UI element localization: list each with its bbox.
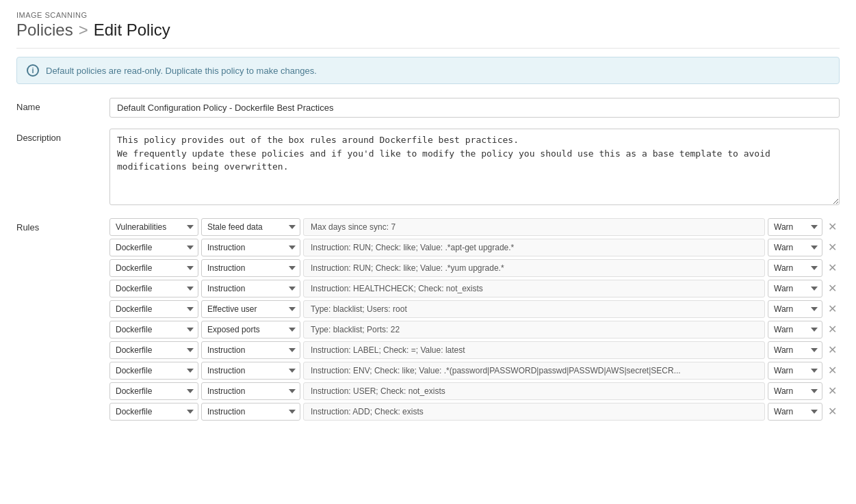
rule-row: VulnerabilitiesDockerfileInstructionEffe… [109, 341, 840, 359]
rule-severity-select[interactable]: WarnStopGo [768, 300, 822, 318]
rule-severity-select[interactable]: WarnStopGo [768, 403, 822, 421]
rules-list: VulnerabilitiesDockerfileInstructionEffe… [109, 218, 840, 421]
header-divider [16, 48, 840, 49]
rule-type-select[interactable]: VulnerabilitiesDockerfile [109, 403, 198, 421]
rule-severity-select[interactable]: WarnStopGo [768, 280, 822, 297]
rule-category-select[interactable]: InstructionEffective userExposed portsSt… [201, 321, 300, 339]
name-input-wrapper [109, 98, 840, 118]
rule-description-input[interactable] [303, 280, 765, 297]
remove-rule-button[interactable]: ✕ [825, 220, 840, 234]
description-row: Description [16, 129, 840, 207]
breadcrumb-section: IMAGE SCANNING Policies > Edit Policy [16, 11, 840, 40]
rule-severity-select[interactable]: WarnStopGo [768, 382, 822, 400]
rule-category-select[interactable]: InstructionEffective userExposed portsSt… [201, 239, 300, 256]
rules-label: Rules [16, 218, 99, 233]
rule-description-input[interactable] [303, 341, 765, 359]
form-section: Name Description Rules VulnerabilitiesDo… [16, 98, 840, 421]
page-subtitle: IMAGE SCANNING [16, 11, 840, 19]
rule-row: VulnerabilitiesDockerfileInstructionEffe… [109, 382, 840, 400]
remove-rule-button[interactable]: ✕ [825, 364, 840, 377]
breadcrumb-link[interactable]: Policies [16, 21, 73, 40]
rule-row: VulnerabilitiesDockerfileInstructionEffe… [109, 259, 840, 277]
rule-severity-select[interactable]: WarnStopGo [768, 239, 822, 256]
rule-type-select[interactable]: VulnerabilitiesDockerfile [109, 300, 198, 318]
remove-rule-button[interactable]: ✕ [825, 241, 840, 254]
page-container: IMAGE SCANNING Policies > Edit Policy i … [0, 0, 856, 432]
info-banner: i Default policies are read-only. Duplic… [16, 57, 840, 84]
rule-row: VulnerabilitiesDockerfileInstructionEffe… [109, 218, 840, 236]
rule-severity-select[interactable]: WarnStopGo [768, 259, 822, 277]
name-row: Name [16, 98, 840, 118]
rule-row: VulnerabilitiesDockerfileInstructionEffe… [109, 300, 840, 318]
remove-rule-button[interactable]: ✕ [825, 302, 840, 316]
rule-category-select[interactable]: InstructionEffective userExposed portsSt… [201, 362, 300, 380]
rule-description-input[interactable] [303, 300, 765, 318]
rule-type-select[interactable]: VulnerabilitiesDockerfile [109, 259, 198, 277]
rule-row: VulnerabilitiesDockerfileInstructionEffe… [109, 239, 840, 256]
rule-row: VulnerabilitiesDockerfileInstructionEffe… [109, 321, 840, 339]
rule-category-select[interactable]: InstructionEffective userExposed portsSt… [201, 300, 300, 318]
rule-row: VulnerabilitiesDockerfileInstructionEffe… [109, 280, 840, 297]
rule-row: VulnerabilitiesDockerfileInstructionEffe… [109, 362, 840, 380]
rule-description-input[interactable] [303, 218, 765, 236]
remove-rule-button[interactable]: ✕ [825, 323, 840, 336]
rule-description-input[interactable] [303, 239, 765, 256]
description-input-wrapper [109, 129, 840, 207]
rule-type-select[interactable]: VulnerabilitiesDockerfile [109, 382, 198, 400]
description-label: Description [16, 129, 99, 143]
breadcrumb-separator: > [79, 21, 88, 40]
remove-rule-button[interactable]: ✕ [825, 384, 840, 398]
rule-description-input[interactable] [303, 321, 765, 339]
rule-description-input[interactable] [303, 259, 765, 277]
rule-type-select[interactable]: VulnerabilitiesDockerfile [109, 218, 198, 236]
name-label: Name [16, 98, 99, 112]
remove-rule-button[interactable]: ✕ [825, 405, 840, 419]
rule-row: VulnerabilitiesDockerfileInstructionEffe… [109, 403, 840, 421]
description-input[interactable] [109, 129, 840, 205]
rule-type-select[interactable]: VulnerabilitiesDockerfile [109, 341, 198, 359]
rules-section: Rules VulnerabilitiesDockerfileInstructi… [16, 218, 840, 421]
rule-description-input[interactable] [303, 382, 765, 400]
rule-category-select[interactable]: InstructionEffective userExposed portsSt… [201, 403, 300, 421]
rule-category-select[interactable]: InstructionEffective userExposed portsSt… [201, 259, 300, 277]
rule-category-select[interactable]: InstructionEffective userExposed portsSt… [201, 280, 300, 297]
rule-severity-select[interactable]: WarnStopGo [768, 341, 822, 359]
rule-category-select[interactable]: InstructionEffective userExposed portsSt… [201, 382, 300, 400]
rule-description-input[interactable] [303, 362, 765, 380]
rule-description-input[interactable] [303, 403, 765, 421]
remove-rule-button[interactable]: ✕ [825, 343, 840, 357]
rule-type-select[interactable]: VulnerabilitiesDockerfile [109, 239, 198, 256]
rule-category-select[interactable]: InstructionEffective userExposed portsSt… [201, 341, 300, 359]
rule-severity-select[interactable]: WarnStopGo [768, 218, 822, 236]
remove-rule-button[interactable]: ✕ [825, 261, 840, 275]
current-page-title: Edit Policy [94, 21, 170, 40]
rule-severity-select[interactable]: WarnStopGo [768, 321, 822, 339]
rule-category-select[interactable]: InstructionEffective userExposed portsSt… [201, 218, 300, 236]
remove-rule-button[interactable]: ✕ [825, 282, 840, 295]
banner-message: Default policies are read-only. Duplicat… [46, 66, 317, 76]
info-icon: i [27, 64, 39, 77]
rule-type-select[interactable]: VulnerabilitiesDockerfile [109, 321, 198, 339]
name-input[interactable] [109, 98, 840, 118]
rule-type-select[interactable]: VulnerabilitiesDockerfile [109, 280, 198, 297]
rule-severity-select[interactable]: WarnStopGo [768, 362, 822, 380]
rule-type-select[interactable]: VulnerabilitiesDockerfile [109, 362, 198, 380]
page-title: Policies > Edit Policy [16, 21, 840, 40]
